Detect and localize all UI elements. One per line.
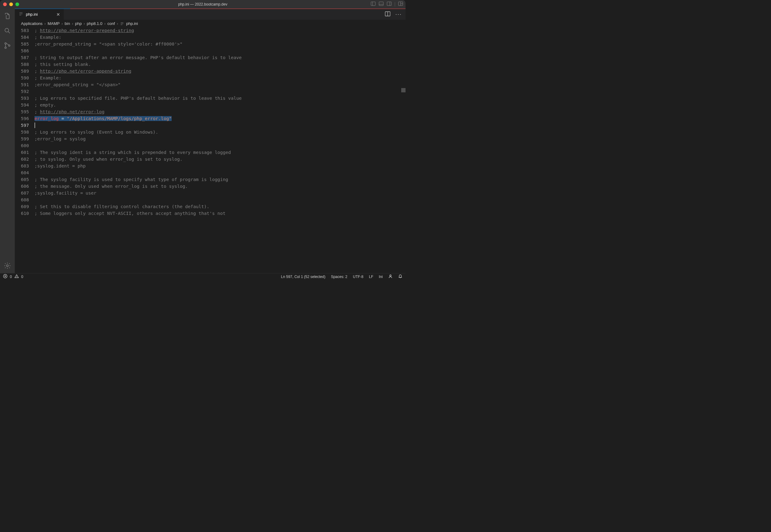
cursor-position[interactable]: Ln 597, Col 1 (52 selected) — [281, 275, 325, 279]
code-content[interactable]: ; http://php.net/error-prepend-string ; … — [34, 27, 406, 273]
eol[interactable]: LF — [369, 275, 373, 279]
svg-line-10 — [8, 32, 10, 34]
file-icon — [120, 21, 124, 26]
svg-point-11 — [5, 43, 6, 44]
crumb[interactable]: MAMP — [47, 21, 59, 26]
encoding[interactable]: UTF-8 — [353, 275, 363, 279]
language-mode[interactable]: Ini — [379, 275, 383, 279]
divider — [395, 2, 395, 6]
layout-bottom-icon[interactable] — [379, 1, 384, 7]
activity-bar — [0, 9, 15, 273]
close-window-button[interactable] — [3, 2, 7, 6]
split-editor-icon[interactable] — [385, 11, 390, 18]
minimap-viewport[interactable] — [401, 88, 406, 92]
errors-icon[interactable] — [3, 274, 7, 279]
svg-point-9 — [5, 28, 9, 32]
svg-rect-0 — [371, 2, 375, 6]
svg-point-12 — [5, 47, 6, 49]
errors-count[interactable]: 0 — [10, 275, 12, 279]
svg-rect-2 — [379, 2, 383, 6]
indent-setting[interactable]: Spaces: 2 — [331, 275, 347, 279]
layout-custom-icon[interactable] — [398, 1, 403, 7]
close-tab-icon[interactable]: ✕ — [56, 12, 60, 17]
source-control-icon[interactable] — [3, 41, 12, 50]
editor[interactable]: 583 584 585 586 587 588 589 590 591 592 … — [15, 27, 406, 273]
tab-php-ini[interactable]: php.ini ✕ — [15, 9, 64, 20]
feedback-icon[interactable] — [388, 274, 393, 279]
svg-point-28 — [390, 275, 391, 276]
crumb[interactable]: php — [75, 21, 82, 26]
breadcrumbs[interactable]: Applications› MAMP› bin› php› php8.1.0› … — [15, 20, 406, 27]
warnings-icon[interactable] — [14, 274, 19, 279]
file-icon — [18, 11, 23, 17]
more-actions-icon[interactable]: ··· — [395, 11, 402, 18]
line-number-gutter: 583 584 585 586 587 588 589 590 591 592 … — [15, 27, 34, 273]
tabs-bar: php.ini ✕ ··· — [15, 9, 406, 20]
explorer-icon[interactable] — [3, 12, 12, 20]
bell-icon[interactable] — [398, 274, 402, 279]
svg-rect-4 — [387, 2, 391, 6]
tab-label: php.ini — [26, 12, 38, 17]
crumb[interactable]: php.ini — [126, 21, 138, 26]
crumb[interactable]: Applications — [21, 21, 42, 26]
warnings-count[interactable]: 0 — [21, 275, 23, 279]
svg-point-14 — [6, 265, 8, 267]
status-bar: 0 0 Ln 597, Col 1 (52 selected) Spaces: … — [0, 273, 406, 280]
maximize-window-button[interactable] — [15, 2, 19, 6]
crumb[interactable]: php8.1.0 — [87, 21, 103, 26]
settings-gear-icon[interactable] — [3, 261, 12, 270]
layout-right-icon[interactable] — [387, 1, 392, 7]
window-title: php.ini — 2022.bootcamp.dev — [0, 2, 406, 6]
minimize-window-button[interactable] — [9, 2, 13, 6]
search-icon[interactable] — [3, 26, 12, 35]
crumb[interactable]: bin — [65, 21, 70, 26]
layout-left-icon[interactable] — [371, 1, 376, 7]
titlebar: php.ini — 2022.bootcamp.dev — [0, 0, 406, 9]
crumb[interactable]: conf — [107, 21, 115, 26]
